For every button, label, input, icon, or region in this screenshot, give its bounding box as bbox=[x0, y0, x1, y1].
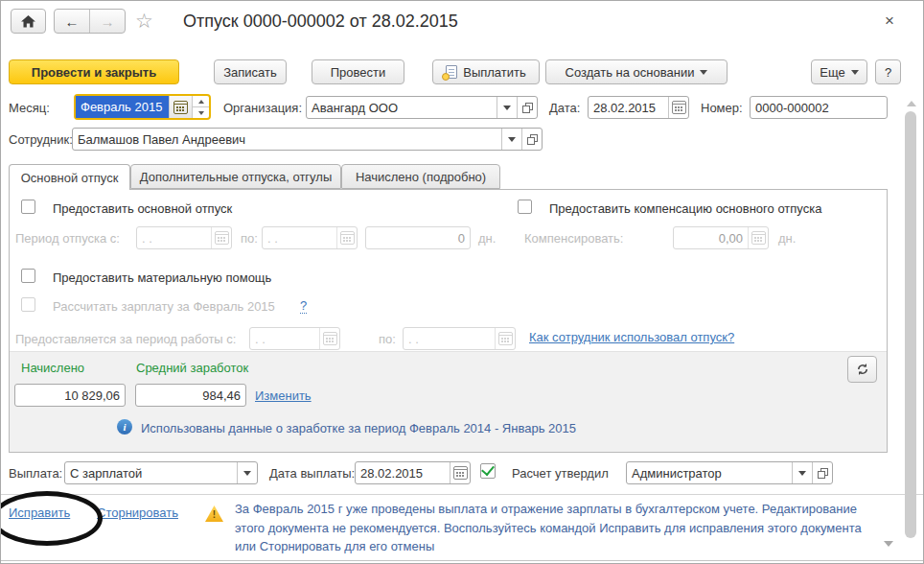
scrollbar-up-icon[interactable] bbox=[907, 101, 916, 106]
close-icon[interactable]: × bbox=[885, 12, 894, 29]
payment-method-combobox[interactable]: С зарплатой bbox=[64, 461, 258, 484]
provide-material-help-checkbox[interactable] bbox=[21, 269, 35, 283]
open-icon bbox=[527, 134, 538, 145]
month-spinner[interactable] bbox=[192, 96, 209, 118]
post-button[interactable]: Провести bbox=[312, 59, 404, 84]
post-and-close-button[interactable]: Провести и закрыть bbox=[9, 59, 179, 84]
compensate-days-input[interactable]: 0,00 bbox=[673, 226, 769, 249]
avg-earnings-input[interactable]: 984,46 bbox=[135, 384, 246, 407]
avg-earnings-label: Средний заработок bbox=[136, 361, 248, 375]
calendar-icon bbox=[215, 231, 229, 245]
page-title: Отпуск 0000-000002 от 28.02.2015 bbox=[183, 12, 458, 32]
payment-date-value: 28.02.2015 bbox=[356, 462, 450, 483]
vacation-period-to-label: по: bbox=[241, 231, 258, 246]
date-input[interactable]: 28.02.2015 bbox=[588, 96, 689, 119]
write-button[interactable]: Записать bbox=[214, 59, 287, 84]
provide-compensation-label: Предоставить компенсацию основного отпус… bbox=[549, 201, 821, 216]
provide-material-help-label: Предоставить материальную помощь bbox=[53, 270, 271, 285]
days-unit-label: дн. bbox=[478, 231, 496, 246]
change-link[interactable]: Изменить bbox=[255, 388, 312, 403]
tab-accrued-details[interactable]: Начислено (подробно) bbox=[341, 164, 500, 189]
calc-salary-checkbox[interactable] bbox=[21, 297, 35, 312]
work-period-to-label: по: bbox=[379, 332, 396, 346]
refresh-button[interactable] bbox=[847, 356, 877, 383]
provide-main-vacation-checkbox[interactable] bbox=[21, 200, 35, 214]
refresh-icon bbox=[856, 363, 869, 376]
calendar-icon bbox=[672, 101, 686, 114]
empty-date-value: . . bbox=[263, 227, 336, 248]
pay-button[interactable]: Выплатить bbox=[432, 59, 540, 84]
reverse-link[interactable]: Сторнировать bbox=[97, 505, 178, 520]
footer-separator bbox=[1, 494, 923, 495]
organization-dropdown-button[interactable] bbox=[497, 97, 517, 118]
more-button[interactable]: Еще bbox=[811, 59, 867, 84]
month-calendar-button[interactable] bbox=[169, 96, 192, 118]
earnings-info-text: Использованы данные о заработке за перио… bbox=[141, 421, 576, 435]
pay-label: Выплатить bbox=[463, 65, 526, 80]
open-icon bbox=[818, 468, 828, 479]
create-based-on-label: Создать на основании bbox=[566, 65, 695, 80]
calendar-button[interactable] bbox=[211, 227, 231, 248]
spinner-down-icon[interactable] bbox=[193, 107, 209, 118]
employee-open-button[interactable] bbox=[521, 129, 542, 150]
fix-link[interactable]: Исправить bbox=[9, 505, 70, 520]
chevron-down-icon bbox=[243, 471, 251, 476]
vacation-to-date-input[interactable]: . . bbox=[262, 226, 358, 249]
accrued-label: Начислено bbox=[21, 361, 84, 375]
accrued-input[interactable]: 10 829,06 bbox=[14, 384, 126, 407]
date-calendar-button[interactable] bbox=[668, 97, 688, 118]
calendar-button[interactable] bbox=[495, 328, 515, 349]
employee-dropdown-button[interactable] bbox=[501, 129, 521, 150]
payment-date-input[interactable]: 28.02.2015 bbox=[355, 461, 471, 484]
favorite-star-icon[interactable]: ☆ bbox=[135, 9, 153, 34]
back-button[interactable]: ← bbox=[55, 10, 89, 33]
payment-calendar-button[interactable] bbox=[450, 462, 470, 483]
employee-combobox[interactable]: Балмашов Павел Андреевич bbox=[72, 128, 543, 151]
calculator-button[interactable] bbox=[748, 227, 768, 248]
create-based-on-button[interactable]: Создать на основании bbox=[545, 59, 728, 84]
help-label: ? bbox=[885, 65, 891, 80]
spinner-up-icon[interactable] bbox=[193, 96, 209, 107]
calendar-icon bbox=[323, 332, 337, 345]
month-input[interactable]: Февраль 2015 bbox=[74, 94, 211, 120]
tab-main-vacation[interactable]: Основной отпуск bbox=[9, 164, 130, 190]
approved-label: Расчет утвердил bbox=[512, 466, 609, 481]
month-label: Месяц: bbox=[9, 101, 50, 115]
work-to-date-input[interactable]: . . bbox=[403, 327, 516, 350]
approved-checkbox[interactable] bbox=[480, 463, 496, 479]
calendar-button[interactable] bbox=[319, 328, 339, 349]
tab-label: Дополнительные отпуска, отгулы bbox=[140, 170, 333, 184]
approved-by-combobox[interactable]: Администратор bbox=[626, 461, 833, 484]
scrollbar-thumb[interactable] bbox=[905, 111, 916, 538]
forward-button[interactable]: → bbox=[89, 10, 125, 33]
vacation-usage-link[interactable]: Как сотрудник использовал отпуск? bbox=[529, 330, 734, 344]
help-button[interactable]: ? bbox=[875, 59, 901, 84]
home-button[interactable] bbox=[11, 9, 46, 34]
employee-label: Сотрудник: bbox=[9, 132, 73, 147]
bottom-separator bbox=[1, 560, 923, 561]
work-from-date-input[interactable]: . . bbox=[249, 327, 340, 350]
calendar-icon bbox=[453, 466, 468, 480]
organization-combobox[interactable]: Авангард ООО bbox=[306, 96, 538, 119]
provide-compensation-checkbox[interactable] bbox=[518, 200, 532, 214]
employee-value: Балмашов Павел Андреевич bbox=[73, 129, 501, 150]
tab-label: Начислено (подробно) bbox=[356, 170, 486, 184]
number-input[interactable]: 0000-000002 bbox=[750, 96, 888, 119]
calc-salary-label: Рассчитать зарплату за Февраль 2015 bbox=[53, 299, 275, 314]
vacation-days-input[interactable]: 0 bbox=[365, 226, 471, 249]
tab-additional-vacations[interactable]: Дополнительные отпуска, отгулы bbox=[130, 164, 341, 189]
tab-label: Основной отпуск bbox=[21, 171, 119, 185]
approved-open-button[interactable] bbox=[812, 462, 832, 483]
compensate-days-value: 0,00 bbox=[674, 227, 748, 248]
vacation-from-date-input[interactable]: . . bbox=[136, 226, 232, 249]
organization-open-button[interactable] bbox=[517, 97, 537, 118]
calendar-button[interactable] bbox=[336, 227, 357, 248]
payment-dropdown-button[interactable] bbox=[237, 462, 257, 483]
accrual-section: Начислено Средний заработок 10 829,06 98… bbox=[10, 351, 887, 452]
accrued-value: 10 829,06 bbox=[15, 385, 125, 406]
organization-label: Организация: bbox=[223, 101, 302, 115]
more-label: Еще bbox=[820, 65, 844, 80]
calc-salary-help-link[interactable]: ? bbox=[300, 298, 307, 314]
chevron-down-icon bbox=[700, 70, 707, 75]
approved-dropdown-button[interactable] bbox=[792, 462, 812, 483]
